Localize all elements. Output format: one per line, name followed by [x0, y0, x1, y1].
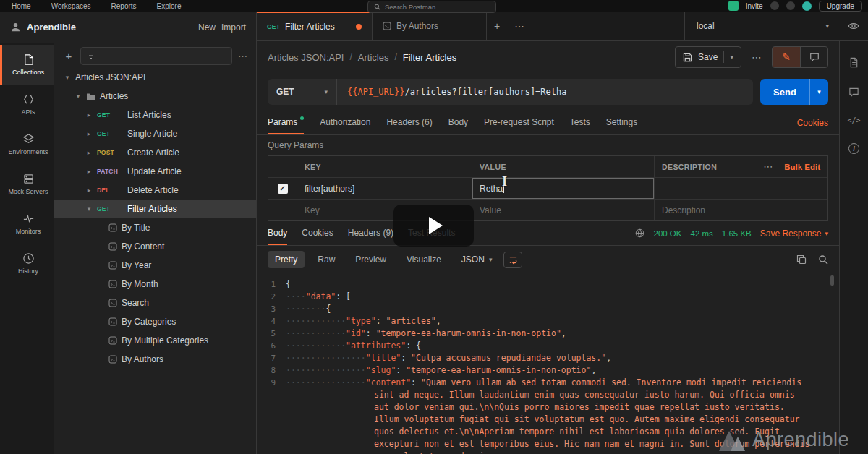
- status-badge[interactable]: 200 OK: [653, 229, 681, 238]
- chevron-right-icon[interactable]: ▸: [85, 168, 93, 175]
- tab-settings[interactable]: Settings: [606, 111, 637, 134]
- tab-by-authors[interactable]: By Authors: [373, 12, 487, 40]
- send-button[interactable]: Send ▾: [760, 79, 828, 105]
- sidebar-item-collections[interactable]: Collections: [0, 45, 54, 85]
- tab-response-body[interactable]: Body: [268, 221, 287, 245]
- nav-reports[interactable]: Reports: [111, 2, 137, 10]
- tree-request-list-articles[interactable]: ▸ GET List Articles: [54, 106, 256, 124]
- code-snippet-icon[interactable]: </>: [847, 116, 860, 124]
- breadcrumb[interactable]: Articles JSON:API: [268, 52, 344, 63]
- sidebar-item-apis[interactable]: APIs: [0, 85, 54, 124]
- new-tab-button[interactable]: +: [487, 12, 507, 40]
- cookies-link[interactable]: Cookies: [797, 111, 828, 134]
- tab-headers[interactable]: Headers (6): [386, 111, 432, 134]
- tab-pre-request-script[interactable]: Pre-request Script: [484, 111, 554, 134]
- search-response-icon[interactable]: [818, 254, 828, 265]
- tree-example-by-month[interactable]: By Month: [54, 275, 256, 294]
- global-search-input[interactable]: Search Postman: [367, 1, 496, 13]
- chevron-down-icon[interactable]: ▾: [85, 205, 93, 213]
- response-body-code[interactable]: 1{2····"data": [3········{4············"…: [257, 273, 839, 454]
- chevron-down-icon[interactable]: ▾: [64, 74, 71, 81]
- tab-authorization[interactable]: Authorization: [320, 111, 370, 134]
- view-visualize[interactable]: Visualize: [399, 251, 448, 268]
- tree-example-by-authors[interactable]: By Authors: [54, 350, 256, 369]
- param-value-input[interactable]: Value: [472, 200, 655, 220]
- view-raw[interactable]: Raw: [310, 251, 342, 268]
- tab-body[interactable]: Body: [448, 111, 468, 134]
- sidebar-item-mock-servers[interactable]: Mock Servers: [0, 164, 54, 204]
- tree-request-update-article[interactable]: ▸ PATCH Update Article: [54, 162, 256, 181]
- breadcrumb[interactable]: Articles: [358, 52, 389, 63]
- tab-response-cookies[interactable]: Cookies: [302, 221, 333, 245]
- tree-example-by-title[interactable]: By Title: [54, 218, 256, 237]
- nav-workspaces[interactable]: Workspaces: [51, 2, 91, 10]
- param-key-input[interactable]: filter[authors]: [297, 178, 472, 199]
- tree-collection-articles-jsonapi[interactable]: ▾ Articles JSON:API: [54, 68, 256, 87]
- response-size[interactable]: 1.65 KB: [722, 229, 752, 238]
- upgrade-button[interactable]: Upgrade: [819, 1, 862, 12]
- view-pretty[interactable]: Pretty: [268, 251, 305, 268]
- environment-selector[interactable]: local ▾: [684, 12, 838, 40]
- view-preview[interactable]: Preview: [348, 251, 393, 268]
- save-button[interactable]: Save ▾: [675, 46, 741, 68]
- method-dropdown[interactable]: GET ▾: [268, 79, 337, 105]
- sidebar-item-environments[interactable]: Environments: [0, 124, 54, 164]
- avatar[interactable]: [802, 1, 812, 11]
- sync-status-icon[interactable]: [728, 1, 739, 11]
- param-description-input[interactable]: Description: [655, 200, 827, 220]
- params-more-button[interactable]: ⋯: [763, 161, 773, 172]
- add-collection-button[interactable]: +: [63, 50, 75, 62]
- notifications-icon[interactable]: [786, 1, 795, 10]
- settings-icon[interactable]: [770, 1, 779, 10]
- save-response-button[interactable]: Save Response ▾: [760, 228, 828, 239]
- comment-button[interactable]: [800, 47, 827, 67]
- sidebar-item-monitors[interactable]: Monitors: [0, 204, 54, 244]
- url-input[interactable]: {{API_URL}}/articles?filter[authors]=Ret…: [337, 87, 576, 97]
- tab-params[interactable]: Params: [268, 111, 304, 134]
- language-dropdown[interactable]: JSON ▾: [461, 254, 493, 265]
- tree-request-delete-article[interactable]: ▸ DEL Delete Article: [54, 181, 256, 200]
- tree-example-by-content[interactable]: By Content: [54, 237, 256, 256]
- chevron-right-icon[interactable]: ▸: [85, 130, 93, 137]
- scrollbar[interactable]: [830, 275, 834, 286]
- tree-request-single-article[interactable]: ▸ GET Single Article: [54, 124, 256, 143]
- tree-request-filter-articles[interactable]: ▾ GET Filter Articles: [54, 200, 256, 218]
- tab-filter-articles[interactable]: GET Filter Articles: [257, 12, 373, 40]
- param-description-input[interactable]: [655, 178, 827, 199]
- chevron-right-icon[interactable]: ▸: [85, 149, 93, 156]
- nav-home[interactable]: Home: [12, 2, 31, 10]
- tab-options-button[interactable]: ⋯: [507, 12, 532, 40]
- request-more-button[interactable]: ⋯: [749, 51, 765, 63]
- response-time[interactable]: 42 ms: [690, 229, 712, 238]
- invite-button[interactable]: Invite: [746, 2, 763, 10]
- chevron-down-icon[interactable]: ▾: [75, 93, 82, 100]
- new-button[interactable]: New: [198, 22, 216, 33]
- import-button[interactable]: Import: [221, 22, 246, 33]
- chevron-right-icon[interactable]: ▸: [85, 111, 93, 119]
- bulk-edit-button[interactable]: Bulk Edit: [784, 163, 820, 171]
- chevron-down-icon[interactable]: ▾: [730, 53, 733, 61]
- environment-quick-look-button[interactable]: [838, 12, 868, 40]
- filter-collections-input[interactable]: [80, 47, 232, 65]
- tree-example-by-multiple-categories[interactable]: By Multiple Categories: [54, 331, 256, 350]
- collections-more-button[interactable]: ⋯: [238, 51, 247, 61]
- documentation-icon[interactable]: [848, 57, 859, 68]
- video-play-button[interactable]: [393, 205, 474, 247]
- wrap-lines-button[interactable]: [503, 252, 522, 268]
- tree-example-by-categories[interactable]: By Categories: [54, 312, 256, 331]
- network-icon[interactable]: [635, 228, 644, 238]
- tab-response-headers[interactable]: Headers (9): [348, 221, 393, 245]
- param-value-input[interactable]: Retha: [472, 178, 655, 199]
- tab-tests[interactable]: Tests: [570, 111, 590, 134]
- nav-explore[interactable]: Explore: [157, 2, 182, 10]
- chevron-down-icon[interactable]: ▾: [809, 79, 828, 105]
- comments-icon[interactable]: [848, 87, 859, 98]
- edit-button[interactable]: ✎: [773, 47, 800, 67]
- info-icon[interactable]: i: [848, 143, 859, 154]
- tree-request-create-article[interactable]: ▸ POST Create Article: [54, 143, 256, 162]
- tree-example-by-year[interactable]: By Year: [54, 256, 256, 275]
- param-checkbox[interactable]: ✓: [278, 184, 288, 194]
- sidebar-item-history[interactable]: History: [0, 244, 54, 283]
- chevron-right-icon[interactable]: ▸: [85, 187, 93, 194]
- copy-icon[interactable]: [796, 254, 807, 265]
